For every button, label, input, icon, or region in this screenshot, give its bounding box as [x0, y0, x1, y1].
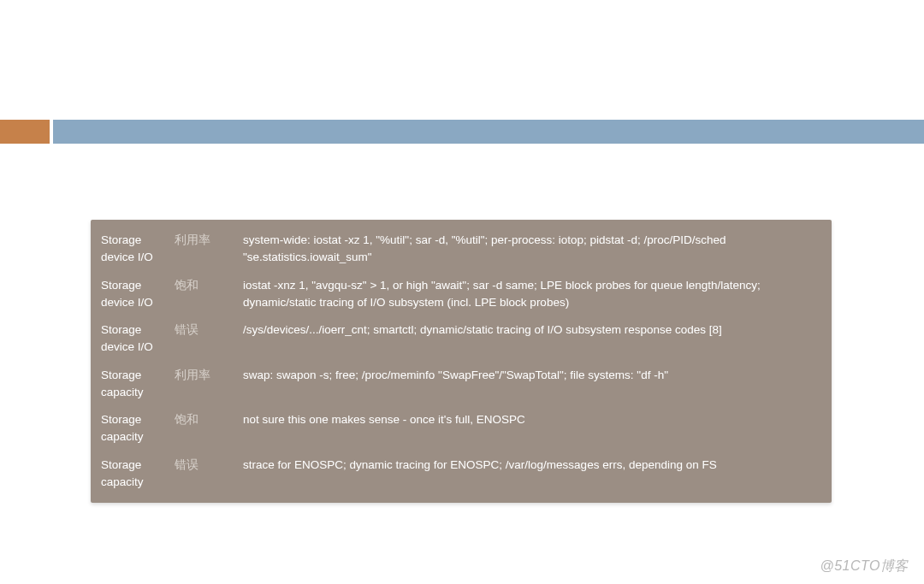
- table-row: Storage capacity 错误 strace for ENOSPC; d…: [91, 451, 832, 497]
- desc-cell: not sure this one makes sense - once it'…: [236, 406, 832, 451]
- table-row: Storage capacity 饱和 not sure this one ma…: [91, 406, 832, 451]
- header-decoration: [0, 120, 924, 144]
- watermark: @51CTO博客: [820, 557, 909, 575]
- desc-cell: swap: swapon -s; free; /proc/meminfo "Sw…: [236, 362, 832, 407]
- component-cell: Storage device I/O: [91, 272, 168, 317]
- component-cell: Storage capacity: [91, 451, 168, 497]
- type-cell: 错误: [168, 451, 236, 497]
- use-method-table: Storage device I/O 利用率 system-wide: iost…: [91, 220, 832, 503]
- table: Storage device I/O 利用率 system-wide: iost…: [91, 227, 832, 496]
- header-accent-orange: [0, 120, 51, 144]
- desc-cell: /sys/devices/.../ioerr_cnt; smartctl; dy…: [236, 316, 832, 362]
- table-row: Storage device I/O 利用率 system-wide: iost…: [91, 227, 832, 272]
- desc-cell: iostat -xnz 1, "avgqu-sz" > 1, or high "…: [236, 272, 832, 317]
- type-cell: 错误: [168, 316, 236, 362]
- component-cell: Storage device I/O: [91, 227, 168, 272]
- component-cell: Storage device I/O: [91, 316, 168, 362]
- type-cell: 饱和: [168, 406, 236, 451]
- table-row: Storage device I/O 错误 /sys/devices/.../i…: [91, 316, 832, 362]
- desc-cell: system-wide: iostat -xz 1, "%util"; sar …: [236, 227, 832, 272]
- header-accent-blue: [53, 120, 924, 144]
- desc-cell: strace for ENOSPC; dynamic tracing for E…: [236, 451, 832, 497]
- type-cell: 利用率: [168, 362, 236, 407]
- component-cell: Storage capacity: [91, 406, 168, 451]
- type-cell: 利用率: [168, 227, 236, 272]
- table-row: Storage device I/O 饱和 iostat -xnz 1, "av…: [91, 272, 832, 317]
- table-row: Storage capacity 利用率 swap: swapon -s; fr…: [91, 362, 832, 407]
- type-cell: 饱和: [168, 272, 236, 317]
- component-cell: Storage capacity: [91, 362, 168, 407]
